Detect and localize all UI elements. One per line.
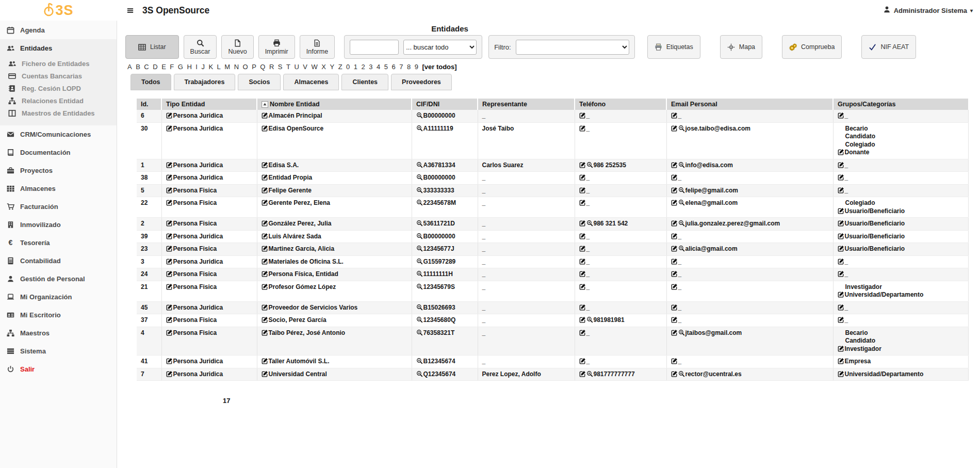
alpha-link-I[interactable]: I xyxy=(195,63,198,71)
zoom-icon[interactable] xyxy=(416,162,423,168)
edit-icon[interactable] xyxy=(166,220,173,227)
edit-icon[interactable] xyxy=(262,258,268,265)
edit-icon[interactable] xyxy=(671,112,678,119)
edit-icon[interactable] xyxy=(262,220,268,227)
edit-icon[interactable] xyxy=(262,329,268,336)
zoom-icon[interactable] xyxy=(678,329,685,336)
zoom-icon[interactable] xyxy=(586,162,593,168)
edit-icon[interactable] xyxy=(671,370,678,377)
alpha-link-Y[interactable]: Y xyxy=(330,63,334,71)
edit-icon[interactable] xyxy=(838,245,844,252)
edit-icon[interactable] xyxy=(671,125,678,132)
alpha-link-V[interactable]: V xyxy=(303,63,307,71)
alpha-link-S[interactable]: S xyxy=(278,63,283,71)
edit-icon[interactable] xyxy=(838,258,844,265)
edit-icon[interactable] xyxy=(262,304,268,311)
edit-icon[interactable] xyxy=(671,174,678,181)
alpha-link-1[interactable]: 1 xyxy=(354,63,357,71)
zoom-icon[interactable] xyxy=(678,162,685,168)
column-header-cif-dni[interactable]: CIF/DNI xyxy=(412,99,478,110)
alpha-link-C[interactable]: C xyxy=(144,63,149,71)
app-logo[interactable]: 3S xyxy=(0,2,117,19)
edit-icon[interactable] xyxy=(838,345,844,352)
edit-icon[interactable] xyxy=(671,270,678,277)
edit-icon[interactable] xyxy=(262,245,268,252)
edit-icon[interactable] xyxy=(166,187,173,193)
alpha-link-M[interactable]: M xyxy=(224,63,230,71)
edit-icon[interactable] xyxy=(166,125,173,132)
edit-icon[interactable] xyxy=(262,125,268,132)
sidebar-item-fichero-de-entidades[interactable]: Fichero de Entidades xyxy=(0,57,117,70)
edit-icon[interactable] xyxy=(166,329,173,336)
edit-icon[interactable] xyxy=(579,199,586,206)
zoom-icon[interactable] xyxy=(678,125,685,132)
edit-icon[interactable] xyxy=(579,258,586,265)
alpha-link-6[interactable]: 6 xyxy=(392,63,396,71)
edit-icon[interactable] xyxy=(166,370,173,377)
alpha-link-G[interactable]: G xyxy=(178,63,183,71)
edit-icon[interactable] xyxy=(579,370,586,377)
edit-icon[interactable] xyxy=(838,220,844,227)
zoom-icon[interactable] xyxy=(678,245,685,252)
edit-icon[interactable] xyxy=(671,162,678,168)
alpha-link-4[interactable]: 4 xyxy=(377,63,380,71)
zoom-icon[interactable] xyxy=(416,329,423,336)
zoom-icon[interactable] xyxy=(586,316,593,323)
edit-icon[interactable] xyxy=(671,329,678,336)
alpha-link-U[interactable]: U xyxy=(294,63,299,71)
alpha-link-D[interactable]: D xyxy=(153,63,157,71)
edit-icon[interactable] xyxy=(671,316,678,323)
edit-icon[interactable] xyxy=(579,329,586,336)
edit-icon[interactable] xyxy=(579,245,586,252)
column-header-representante[interactable]: Representante xyxy=(478,99,575,110)
column-header-nombre-entidad[interactable]: Nombre Entidad xyxy=(257,99,412,110)
zoom-icon[interactable] xyxy=(416,112,423,119)
edit-icon[interactable] xyxy=(166,258,173,265)
alpha-link-8[interactable]: 8 xyxy=(407,63,411,71)
zoom-icon[interactable] xyxy=(416,199,423,206)
edit-icon[interactable] xyxy=(838,270,844,277)
alpha-link-Q[interactable]: Q xyxy=(260,63,265,71)
zoom-icon[interactable] xyxy=(416,187,423,193)
alpha-link-B[interactable]: B xyxy=(136,63,140,71)
edit-icon[interactable] xyxy=(262,270,268,277)
zoom-icon[interactable] xyxy=(678,187,685,193)
zoom-icon[interactable] xyxy=(416,270,423,277)
sidebar-item-reg-cesi-n-lopd[interactable]: Reg. Cesión LOPD xyxy=(0,82,117,94)
edit-icon[interactable] xyxy=(671,233,678,239)
nif-aeat-button[interactable]: NIF AEAT xyxy=(861,35,916,59)
tab-socios[interactable]: Socios xyxy=(238,74,281,90)
alpha-link-H[interactable]: H xyxy=(187,63,191,71)
listar-button[interactable]: Listar xyxy=(125,35,179,59)
edit-icon[interactable] xyxy=(579,220,586,227)
edit-icon[interactable] xyxy=(166,233,173,239)
sidebar-item-sistema[interactable]: Sistema xyxy=(0,342,117,360)
edit-icon[interactable] xyxy=(262,358,268,364)
edit-icon[interactable] xyxy=(579,187,586,193)
imprimir-button[interactable]: Imprimir xyxy=(258,35,295,59)
tab-trabajadores[interactable]: Trabajadores xyxy=(174,74,236,90)
zoom-icon[interactable] xyxy=(678,199,685,206)
edit-icon[interactable] xyxy=(262,370,268,377)
edit-icon[interactable] xyxy=(838,207,844,214)
alpha-link-X[interactable]: X xyxy=(321,63,326,71)
sidebar-item-inmovilizado[interactable]: Inmovilizado xyxy=(0,216,117,234)
alpha-link-K[interactable]: K xyxy=(208,63,213,71)
tab-clientes[interactable]: Clientes xyxy=(341,74,388,90)
edit-icon[interactable] xyxy=(579,270,586,277)
alpha-link-Z[interactable]: Z xyxy=(338,63,342,71)
edit-icon[interactable] xyxy=(838,187,844,193)
edit-icon[interactable] xyxy=(262,283,268,290)
sidebar-item-agenda[interactable]: Agenda xyxy=(0,21,117,39)
edit-icon[interactable] xyxy=(166,283,173,290)
alpha-link-R[interactable]: R xyxy=(269,63,274,71)
sidebar-item-documentaci-n[interactable]: Documentación xyxy=(0,143,117,162)
edit-icon[interactable] xyxy=(838,149,844,155)
zoom-icon[interactable] xyxy=(586,220,593,227)
edit-icon[interactable] xyxy=(166,162,173,168)
ver-todos-link[interactable]: [ver todos] xyxy=(422,63,456,71)
sidebar-item-crm-comunicaciones[interactable]: CRM/Comunicaciones xyxy=(0,125,117,143)
edit-icon[interactable] xyxy=(579,174,586,181)
edit-icon[interactable] xyxy=(166,199,173,206)
alpha-link-A[interactable]: A xyxy=(127,63,132,71)
